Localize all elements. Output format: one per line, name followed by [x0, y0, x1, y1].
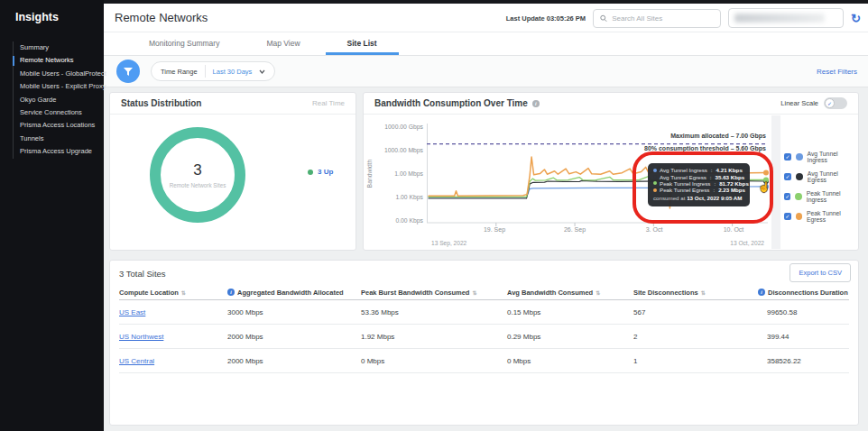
bandwidth-consumption-card: Bandwidth Consumption Over Time i Linear… — [363, 92, 859, 251]
sidebar-item-mobile-users-explicit-proxy[interactable]: Mobile Users - Explicit Proxy — [20, 80, 106, 93]
sites-table: Compute Location⇅ iAggregated Bandwidth … — [119, 285, 849, 373]
page-title: Remote Networks — [115, 11, 208, 24]
legend-label: Peak Tunnel Ingress — [807, 190, 858, 203]
column-label: Compute Location — [119, 289, 179, 297]
series-dot — [796, 173, 803, 180]
tooltip-footer: consumed at 13 Oct, 2022 9:05 AM — [653, 195, 744, 201]
legend-item-avg-tunnel-egress[interactable]: ✓ Avg Tunnel Egress — [784, 170, 858, 183]
cell-aggregated-bandwidth: 2000 Mbps — [227, 333, 361, 341]
series-dot — [653, 175, 657, 179]
cell-disconnections-duration: 399.44 — [758, 333, 849, 341]
sort-icon[interactable]: ⇅ — [701, 289, 706, 296]
sidebar: Insights Summary Remote Networks Mobile … — [0, 0, 104, 431]
time-range-value: Last 30 Days — [213, 68, 253, 76]
checkbox-checked-icon[interactable]: ✓ — [784, 153, 791, 160]
time-range-dropdown[interactable]: Time Range Last 30 Days — [151, 61, 275, 81]
site-link[interactable]: US East — [119, 308, 145, 316]
column-aggregated-bandwidth[interactable]: iAggregated Bandwidth Allocated — [227, 289, 361, 297]
status-card-title: Status Distribution — [121, 98, 201, 108]
cell-disconnections-duration: 358526.22 — [758, 357, 849, 365]
sidebar-item-remote-networks[interactable]: Remote Networks — [20, 54, 106, 67]
cell-site-disconnections: 1 — [633, 357, 758, 365]
tab-map-view[interactable]: Map View — [243, 32, 323, 55]
legend-item-peak-tunnel-egress[interactable]: ✓ Peak Tunnel Egress — [784, 210, 858, 223]
table-header-row: Compute Location⇅ iAggregated Bandwidth … — [119, 285, 849, 300]
table-title: 3 Total Sites — [119, 269, 166, 279]
bandwidth-card-title: Bandwidth Consumption Over Time — [374, 98, 528, 108]
site-link[interactable]: US Central — [119, 357, 154, 365]
sidebar-item-service-connections[interactable]: Service Connections — [20, 106, 106, 119]
sort-icon[interactable]: ⇅ — [596, 289, 600, 296]
export-to-csv-button[interactable]: Export to CSV — [790, 263, 851, 282]
column-label: Disconnections Duration — [768, 289, 848, 297]
status-distribution-card: Status Distribution Real Time 3 Remote N… — [109, 92, 356, 251]
time-range-label: Time Range — [161, 68, 198, 76]
sidebar-item-okyo-garde[interactable]: Okyo Garde — [20, 94, 106, 106]
app-title: Insights — [15, 11, 59, 23]
series-dot — [653, 188, 657, 192]
y-tick: 1.00 Mbps — [376, 170, 423, 177]
sidebar-menu: Summary Remote Networks Mobile Users - G… — [13, 41, 106, 159]
legend-label: Peak Tunnel Egress — [807, 210, 858, 223]
cell-disconnections-duration: 99650.58 — [758, 308, 849, 316]
sites-table-card: 3 Total Sites Export to CSV Compute Loca… — [109, 260, 859, 426]
redacted-account-box[interactable] — [728, 8, 844, 28]
sidebar-item-mobile-users-globalprotect[interactable]: Mobile Users - GlobalProtect — [20, 68, 106, 80]
tab-monitoring-summary[interactable]: Monitoring Summary — [125, 32, 243, 55]
x-range-start: 13 Sep, 2022 — [431, 240, 466, 246]
reset-filters-link[interactable]: Reset Filters — [817, 68, 857, 76]
info-icon[interactable]: i — [758, 289, 765, 296]
column-peak-burst-bandwidth[interactable]: Peak Burst Bandwidth Consumed⇅ — [361, 289, 507, 297]
column-disconnections-duration[interactable]: iDisconnections Duration — [758, 289, 849, 297]
refresh-icon[interactable]: ↻ — [851, 13, 861, 24]
checkbox-checked-icon[interactable]: ✓ — [784, 213, 791, 220]
x-tick: 10. Oct — [706, 226, 761, 233]
x-range-end: 13 Oct, 2022 — [730, 240, 764, 246]
up-status-count[interactable]: 3 Up — [318, 168, 333, 176]
info-icon[interactable]: i — [532, 100, 540, 107]
cell-peak-burst: 0 Mbps — [361, 357, 507, 365]
site-count: 3 — [148, 161, 247, 179]
table-row: US Central 2000 Mbps 0 Mbps 0 Mbps 1 358… — [119, 349, 849, 373]
tooltip-colon: : — [710, 174, 712, 180]
x-tick: 19. Sep — [467, 226, 522, 233]
last-update-text: Last Update 03:05:26 PM — [506, 14, 586, 23]
donut-center: 3 Remote Network Sites — [148, 161, 247, 188]
legend-label: Avg Tunnel Ingress — [808, 151, 858, 163]
linear-scale-toggle[interactable]: ✓ — [824, 97, 847, 109]
legend-item-avg-tunnel-ingress[interactable]: ✓ Avg Tunnel Ingress — [784, 151, 858, 163]
column-site-disconnections[interactable]: Site Disconnections⇅ — [633, 289, 758, 297]
cell-aggregated-bandwidth: 3000 Mbps — [227, 308, 361, 316]
column-avg-bandwidth[interactable]: Avg Bandwidth Consumed⇅ — [507, 289, 633, 297]
site-link[interactable]: US Northwest — [119, 333, 163, 341]
table-row: US Northwest 2000 Mbps 1.92 Mbps 0.29 Mb… — [119, 325, 849, 349]
checkbox-checked-icon[interactable]: ✓ — [784, 173, 791, 180]
toggle-knob: ✓ — [825, 98, 835, 108]
filter-button[interactable] — [116, 60, 140, 83]
up-status-dot — [308, 170, 313, 175]
column-compute-location[interactable]: Compute Location⇅ — [119, 289, 227, 297]
tooltip-value: 81.72 Kbps — [719, 180, 749, 187]
tab-site-list[interactable]: Site List — [324, 32, 401, 55]
sort-icon[interactable]: ⇅ — [472, 289, 476, 296]
sidebar-item-tunnels[interactable]: Tunnels — [20, 133, 106, 145]
cell-avg-bandwidth: 0 Mbps — [507, 357, 633, 365]
chart-legend-divider — [771, 115, 780, 249]
column-label: Site Disconnections — [633, 289, 698, 297]
legend-item-peak-tunnel-ingress[interactable]: ✓ Peak Tunnel Ingress — [784, 190, 858, 203]
chevron-down-icon — [259, 69, 265, 74]
sidebar-item-prisma-access-upgrade[interactable]: Prisma Access Upgrade — [20, 145, 106, 158]
sidebar-item-summary[interactable]: Summary — [20, 41, 106, 54]
tooltip-colon: : — [713, 187, 715, 193]
cell-aggregated-bandwidth: 2000 Mbps — [227, 357, 361, 365]
tooltip-colon: : — [711, 167, 713, 173]
search-all-sites-box[interactable] — [593, 9, 721, 28]
tooltip-colon: : — [714, 180, 716, 187]
info-icon[interactable]: i — [227, 289, 235, 296]
tooltip-label: Peak Tunnel Egress — [660, 187, 709, 193]
sidebar-item-prisma-access-locations[interactable]: Prisma Access Locations — [20, 119, 106, 132]
chart-tooltip: Avg Tunnel Ingress : 4.21 Kbps Avg Tunne… — [648, 163, 750, 206]
search-input[interactable] — [612, 14, 714, 23]
checkbox-checked-icon[interactable]: ✓ — [784, 193, 790, 200]
sort-icon[interactable]: ⇅ — [181, 289, 186, 296]
